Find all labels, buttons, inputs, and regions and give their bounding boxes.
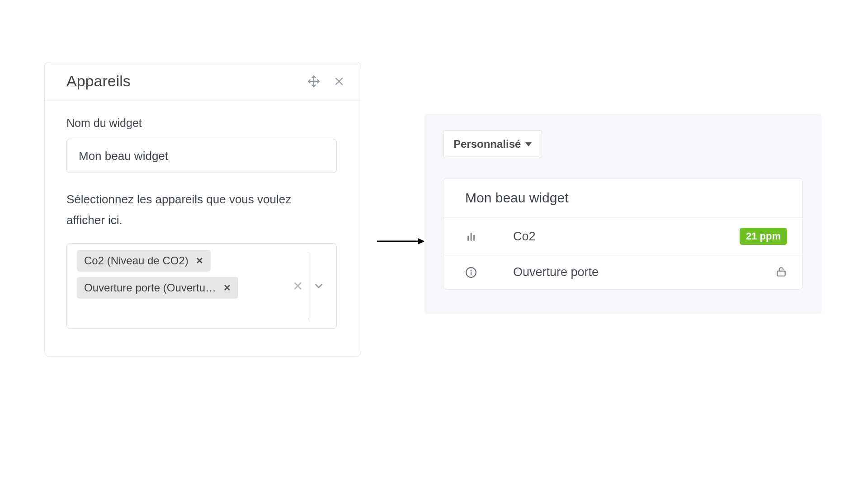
config-header: Appareils (45, 62, 361, 100)
config-title: Appareils (66, 72, 131, 90)
tags-area: Co2 (Niveau de CO2) ✕ Ouverture porte (O… (67, 244, 287, 328)
view-dropdown-label: Personnalisé (453, 138, 521, 150)
move-icon[interactable] (307, 75, 320, 88)
svg-point-11 (471, 269, 472, 271)
devices-config-card: Appareils (44, 62, 361, 357)
preview-panel: Personnalisé Mon beau widget Co2 21 ppm (424, 114, 822, 314)
tag-co2: Co2 (Niveau de CO2) ✕ (77, 250, 211, 272)
svg-rect-12 (777, 271, 785, 276)
widget-row[interactable]: Ouverture porte (443, 255, 802, 289)
arrow-icon (376, 237, 425, 246)
multiselect-actions: ✕ (287, 244, 336, 328)
status-badge: 21 ppm (740, 228, 787, 245)
widget-preview-header: Mon beau widget (443, 178, 802, 217)
widget-preview-title: Mon beau widget (465, 190, 781, 206)
view-dropdown[interactable]: Personnalisé (443, 130, 542, 158)
unlock-icon (775, 266, 787, 279)
config-header-actions (307, 75, 345, 88)
info-icon (465, 267, 513, 278)
widget-name-input[interactable] (66, 139, 337, 173)
tag-label: Ouverture porte (Ouvertu… (84, 282, 216, 294)
row-label: Co2 (513, 230, 740, 244)
tag-label: Co2 (Niveau de CO2) (84, 254, 189, 267)
widget-name-label: Nom du widget (66, 117, 339, 130)
config-body: Nom du widget Sélectionnez les appareils… (45, 100, 361, 356)
close-icon[interactable] (333, 75, 345, 88)
row-label: Ouverture porte (513, 265, 775, 279)
tag-remove-icon[interactable]: ✕ (196, 255, 203, 266)
tag-ouverture-porte: Ouverture porte (Ouvertu… ✕ (77, 277, 238, 299)
clear-all-icon[interactable]: ✕ (287, 279, 308, 294)
widget-row[interactable]: Co2 21 ppm (443, 217, 802, 255)
tag-remove-icon[interactable]: ✕ (223, 282, 231, 293)
caret-down-icon (525, 142, 532, 146)
device-select-help-text: Sélectionnez les appareils que vous voul… (66, 189, 311, 230)
widget-preview-card: Mon beau widget Co2 21 ppm (443, 178, 803, 290)
chevron-down-icon[interactable] (308, 280, 329, 292)
device-multiselect[interactable]: Co2 (Niveau de CO2) ✕ Ouverture porte (O… (66, 243, 337, 329)
bar-chart-icon (465, 230, 513, 242)
